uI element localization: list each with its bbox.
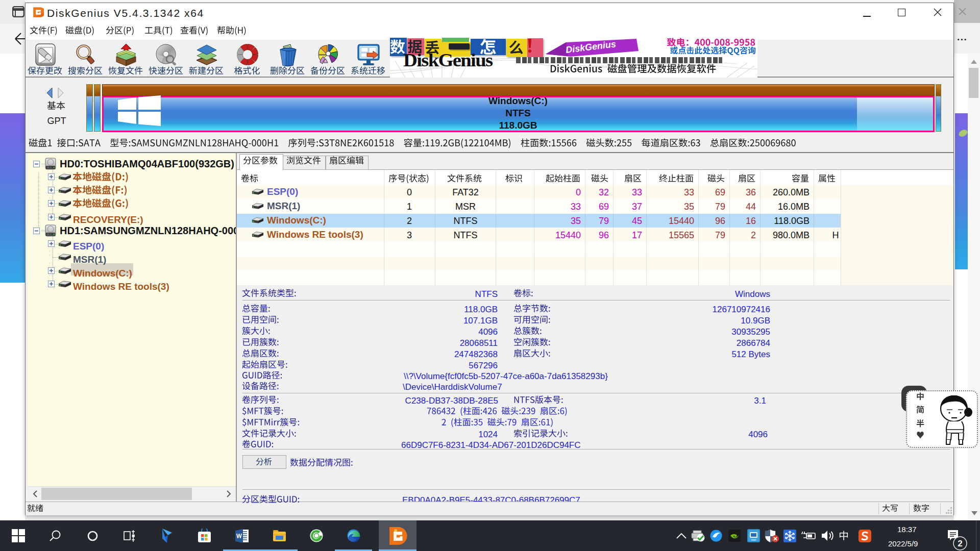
svg-text:intel: intel	[751, 538, 756, 541]
svg-text:2: 2	[958, 539, 962, 548]
